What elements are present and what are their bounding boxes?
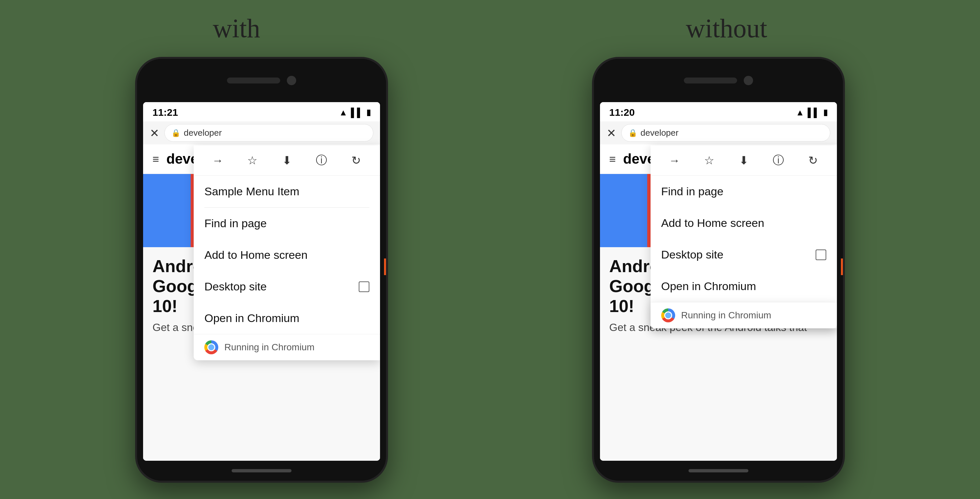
- dropdown-footer-left: Running in Chromium: [194, 334, 380, 360]
- dropdown-menu-left: → ☆ ⬇ ⓘ ↻ Sample Menu Item Find in page: [194, 145, 380, 360]
- volume-down-button-right[interactable]: [592, 179, 594, 205]
- dropdown-toolbar: → ☆ ⬇ ⓘ ↻: [194, 145, 380, 176]
- accent-strip: [384, 259, 388, 275]
- volume-down-button[interactable]: [135, 179, 137, 205]
- status-bar: 11:21 ▲ ▌▌ ▮: [143, 102, 380, 121]
- url-bar[interactable]: 🔒 developer: [164, 124, 373, 142]
- phone-top-bar-right: [594, 59, 843, 102]
- star-icon[interactable]: ☆: [242, 154, 262, 167]
- url-text: developer: [184, 128, 222, 138]
- forward-icon-right[interactable]: →: [665, 154, 684, 167]
- without-label: without: [686, 13, 767, 44]
- refresh-icon[interactable]: ↻: [346, 154, 366, 167]
- browser-tab-bar-right: ✕ 🔒 developer: [600, 121, 837, 145]
- running-in-chromium-text-right: Running in Chromium: [681, 310, 772, 321]
- dropdown-toolbar-right: → ☆ ⬇ ⓘ ↻: [651, 145, 837, 176]
- desktop-site-item[interactable]: Desktop site: [194, 271, 380, 302]
- chromium-badge-icon-right: [661, 308, 675, 323]
- open-in-chromium-item[interactable]: Open in Chromium: [194, 302, 380, 334]
- status-icons-right: ▲ ▌▌ ▮: [795, 108, 827, 118]
- forward-icon[interactable]: →: [208, 154, 228, 167]
- add-to-home-item-right[interactable]: Add to Home screen: [651, 207, 837, 239]
- with-label: with: [213, 13, 260, 44]
- find-in-page-item-right[interactable]: Find in page: [651, 176, 837, 207]
- right-phone: 11:20 ▲ ▌▌ ▮ ✕ 🔒 developer: [592, 57, 845, 483]
- url-text-right: developer: [641, 128, 679, 138]
- phone-bottom-bar: [137, 461, 386, 481]
- refresh-icon-right[interactable]: ↻: [803, 154, 823, 167]
- accent-strip-right: [841, 259, 845, 275]
- volume-up-button[interactable]: [135, 142, 137, 168]
- power-button[interactable]: [386, 185, 388, 225]
- volume-up-button-right[interactable]: [592, 142, 594, 168]
- left-phone: 11:21 ▲ ▌▌ ▮ ✕ 🔒 developer: [135, 57, 388, 483]
- open-in-chromium-item-right[interactable]: Open in Chromium: [651, 270, 837, 302]
- download-icon[interactable]: ⬇: [277, 154, 297, 167]
- status-icons: ▲ ▌▌ ▮: [339, 108, 371, 118]
- camera-right: [744, 76, 753, 85]
- dropdown-menu-right: → ☆ ⬇ ⓘ ↻ Find in page Add to Home scree…: [651, 145, 837, 328]
- browser-tab-bar: ✕ 🔒 developer: [143, 121, 380, 145]
- battery-icon-right: ▮: [823, 108, 827, 117]
- wifi-icon: ▲: [339, 108, 348, 118]
- desktop-site-item-right[interactable]: Desktop site: [651, 239, 837, 270]
- time-display-right: 11:20: [609, 107, 635, 118]
- home-indicator-right: [689, 469, 748, 472]
- find-in-page-item[interactable]: Find in page: [194, 208, 380, 239]
- time-display: 11:21: [153, 107, 178, 118]
- running-in-chromium-text: Running in Chromium: [224, 342, 315, 353]
- add-to-home-item[interactable]: Add to Home screen: [194, 239, 380, 271]
- desktop-site-checkbox-right[interactable]: [816, 249, 826, 260]
- signal-icon-right: ▌▌: [808, 108, 820, 118]
- phone-screen: 11:21 ▲ ▌▌ ▮ ✕ 🔒 developer: [143, 102, 380, 461]
- blue-strip-right: [600, 174, 647, 247]
- wifi-icon-right: ▲: [795, 108, 804, 118]
- blue-strip: [143, 174, 190, 247]
- info-icon-right[interactable]: ⓘ: [768, 153, 788, 168]
- lock-icon: 🔒: [171, 129, 180, 137]
- url-bar-right[interactable]: 🔒 developer: [621, 124, 830, 142]
- phone-top-bar: [137, 59, 386, 102]
- dropdown-footer-right: Running in Chromium: [651, 302, 837, 328]
- download-icon-right[interactable]: ⬇: [734, 154, 754, 167]
- hamburger-icon[interactable]: ≡: [153, 153, 159, 166]
- lock-icon-right: 🔒: [628, 129, 637, 137]
- chromium-badge-icon: [204, 340, 218, 354]
- battery-icon: ▮: [366, 108, 371, 117]
- phone-screen-right: 11:20 ▲ ▌▌ ▮ ✕ 🔒 developer: [600, 102, 837, 461]
- signal-icon: ▌▌: [351, 108, 363, 118]
- camera: [287, 76, 296, 85]
- power-button-right[interactable]: [843, 185, 845, 225]
- star-icon-right[interactable]: ☆: [699, 154, 719, 167]
- speaker: [227, 78, 280, 84]
- status-bar-right: 11:20 ▲ ▌▌ ▮: [600, 102, 837, 121]
- home-indicator: [232, 469, 291, 472]
- sample-menu-item[interactable]: Sample Menu Item: [194, 176, 380, 207]
- info-icon[interactable]: ⓘ: [312, 153, 331, 168]
- close-tab-icon[interactable]: ✕: [150, 126, 159, 140]
- desktop-site-checkbox[interactable]: [359, 281, 369, 292]
- speaker-right: [684, 78, 737, 84]
- close-tab-icon-right[interactable]: ✕: [607, 126, 616, 140]
- hamburger-icon-right[interactable]: ≡: [609, 153, 616, 166]
- phone-bottom-bar-right: [594, 461, 843, 481]
